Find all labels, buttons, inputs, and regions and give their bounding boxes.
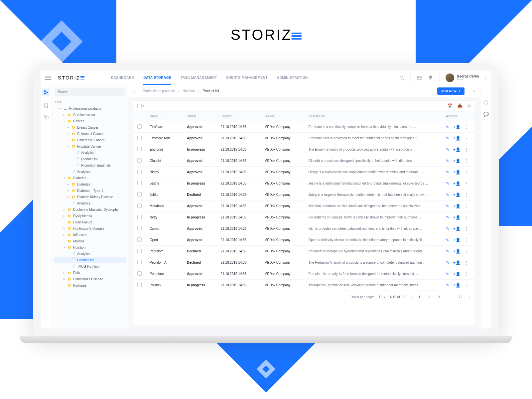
- tab-administration[interactable]: ADMINISTRATION: [277, 70, 308, 85]
- row-checkbox[interactable]: [137, 237, 142, 242]
- tree-item[interactable]: ▸📁Colorectal Cancer: [54, 131, 126, 137]
- table-row[interactable]: OpertApproved21.10.2019 14:36MEDok Compa…: [133, 234, 475, 246]
- edit-icon[interactable]: ✎: [446, 249, 449, 254]
- prev-page[interactable]: ‹: [411, 295, 412, 299]
- col-description[interactable]: Description: [304, 111, 442, 121]
- table-row[interactable]: MetabolicApproved21.10.2019 14:36MEDok C…: [133, 200, 475, 212]
- row-checkbox[interactable]: [137, 181, 142, 185]
- tree-item[interactable]: 📄Analytics: [54, 150, 126, 156]
- page-1[interactable]: 1: [417, 295, 422, 300]
- more-icon[interactable]: ⋮: [465, 238, 468, 242]
- calendar-icon[interactable]: 📅: [447, 103, 453, 108]
- home-icon[interactable]: ⌂: [133, 89, 135, 93]
- tab-events-management[interactable]: EVENTS MANAGEMENT: [226, 70, 268, 85]
- gear-icon[interactable]: ⚙: [467, 103, 471, 108]
- edit-icon[interactable]: ✎: [446, 272, 449, 276]
- tab-dashboard[interactable]: DASHBOARD: [111, 70, 134, 85]
- row-checkbox[interactable]: [137, 249, 142, 253]
- edit-icon[interactable]: ✎: [446, 215, 449, 220]
- tree-item[interactable]: ▾☁Professional products: [54, 105, 126, 112]
- table-row[interactable]: JublipDeclined21.10.2019 14:36MEDok Comp…: [133, 189, 475, 200]
- col-status[interactable]: Status: [183, 111, 216, 121]
- tree-item[interactable]: ▸📁Diabetic Kidney Disease: [54, 194, 126, 200]
- more-icon[interactable]: ⋮: [465, 283, 468, 288]
- bell-icon[interactable]: [428, 75, 433, 80]
- edit-icon[interactable]: ✎: [446, 170, 449, 175]
- add-user-icon[interactable]: +👤: [453, 136, 461, 141]
- more-icon[interactable]: ⋮: [465, 147, 468, 152]
- more-icon[interactable]: ⋮: [465, 260, 468, 265]
- table-row[interactable]: PolimekIn progress21.10.2019 14:36MEDok …: [133, 280, 475, 291]
- edit-icon[interactable]: ✎: [446, 181, 449, 186]
- add-user-icon[interactable]: +👤: [453, 249, 461, 254]
- search-icon[interactable]: [399, 75, 404, 80]
- table-row[interactable]: PersulamApproved21.10.2019 14:36MEDok Co…: [133, 268, 475, 280]
- row-checkbox[interactable]: [137, 215, 142, 219]
- tree-item[interactable]: ▸📁Duchenne Muscular Dystrophy: [54, 206, 126, 213]
- edit-icon[interactable]: ✎: [446, 204, 449, 208]
- search-input[interactable]: [55, 88, 125, 96]
- row-checkbox[interactable]: [137, 136, 142, 140]
- table-row[interactable]: Pedialom ADeclined21.10.2019 14:36MEDok …: [133, 257, 475, 268]
- row-checkbox[interactable]: [137, 124, 142, 129]
- tree-item[interactable]: 📁Pancreatic Cancer: [54, 137, 126, 143]
- tree-item[interactable]: ▸📁Diabetes - Type 1: [54, 188, 126, 194]
- row-checkbox[interactable]: [137, 283, 142, 287]
- row-checkbox[interactable]: [137, 260, 142, 264]
- mail-icon[interactable]: [417, 75, 422, 80]
- more-icon[interactable]: ⋮: [465, 272, 468, 276]
- edit-icon[interactable]: ✎: [446, 125, 449, 129]
- add-user-icon[interactable]: +👤: [453, 181, 461, 186]
- info-icon[interactable]: ⓘ: [484, 100, 488, 106]
- more-icon[interactable]: ⋮: [465, 170, 468, 175]
- table-row[interactable]: PedialomDeclined21.10.2019 14:36MEDok Co…: [133, 246, 475, 257]
- more-icon[interactable]: ⋮: [465, 159, 468, 163]
- edit-icon[interactable]: ✎: [446, 283, 449, 288]
- edit-icon[interactable]: ✎: [446, 193, 449, 197]
- col-created[interactable]: Created: [217, 111, 261, 121]
- table-row[interactable]: Etrofcare KidsApproved21.10.2019 14:36ME…: [133, 133, 475, 144]
- row-checkbox[interactable]: [137, 203, 142, 208]
- more-icon[interactable]: ⋮: [465, 249, 468, 254]
- tree-item[interactable]: 📄Analytics: [54, 169, 126, 175]
- row-checkbox[interactable]: [137, 147, 142, 151]
- tree-item[interactable]: ▸📁Huntington's Disease: [54, 225, 126, 232]
- col-owner[interactable]: Owner: [260, 111, 304, 121]
- edit-icon[interactable]: ✎: [446, 238, 449, 242]
- breadcrumb-1[interactable]: Professional products: [143, 89, 175, 93]
- tree-item[interactable]: 📄Analytics: [54, 200, 126, 206]
- table-row[interactable]: OsmicApproved21.10.2019 14:36MEDok Compa…: [133, 223, 475, 234]
- add-user-icon[interactable]: +👤: [453, 193, 461, 197]
- row-checkbox[interactable]: [137, 192, 142, 197]
- add-user-icon[interactable]: +👤: [453, 272, 461, 276]
- rows-per-page-select[interactable]: 15 ▾: [379, 295, 385, 299]
- rail-tree-icon[interactable]: [42, 88, 50, 96]
- tree-item[interactable]: ▾📁Prostate Cancer: [54, 143, 126, 150]
- more-icon[interactable]: ⋮: [465, 136, 468, 141]
- tree-item[interactable]: ▸📁Pain: [54, 270, 126, 276]
- rail-gear-icon[interactable]: [43, 114, 49, 120]
- edit-icon[interactable]: ✎: [446, 136, 449, 141]
- tree-item[interactable]: 📄Product list: [54, 156, 126, 162]
- rail-bookmark-icon[interactable]: [43, 102, 49, 108]
- tree-item[interactable]: ▾📁Diabetes: [54, 175, 126, 181]
- select-all-checkbox[interactable]: [137, 104, 142, 108]
- add-new-button[interactable]: ADD NEW+: [437, 87, 465, 95]
- add-user-icon[interactable]: +👤: [453, 147, 461, 152]
- more-icon[interactable]: ⋮: [465, 215, 468, 220]
- tree-item[interactable]: ▸📁Cardiovascular: [54, 112, 126, 118]
- table-row[interactable]: GlucebtApproved21.10.2019 14:36MEDok Com…: [133, 155, 475, 167]
- page-3[interactable]: 3: [437, 295, 442, 300]
- tree-item[interactable]: ▾📁Cancer: [54, 118, 126, 124]
- page-12[interactable]: 12: [457, 295, 464, 300]
- tab-data-storage[interactable]: DATA STORAGE: [143, 70, 171, 85]
- tree-item[interactable]: ▸📁Diabetes: [54, 181, 126, 188]
- search-icon[interactable]: ⌕: [120, 90, 123, 94]
- tree-item[interactable]: 📁Psoriasis: [54, 282, 126, 289]
- breadcrumb-2[interactable]: Nutrition: [183, 89, 195, 93]
- row-checkbox[interactable]: [137, 226, 142, 230]
- tree-item[interactable]: 📄Product list: [54, 257, 126, 263]
- archive-icon[interactable]: 📥: [457, 103, 463, 108]
- tree-item[interactable]: ▸📁Dyslipidemia: [54, 213, 126, 219]
- add-user-icon[interactable]: +👤: [453, 215, 461, 220]
